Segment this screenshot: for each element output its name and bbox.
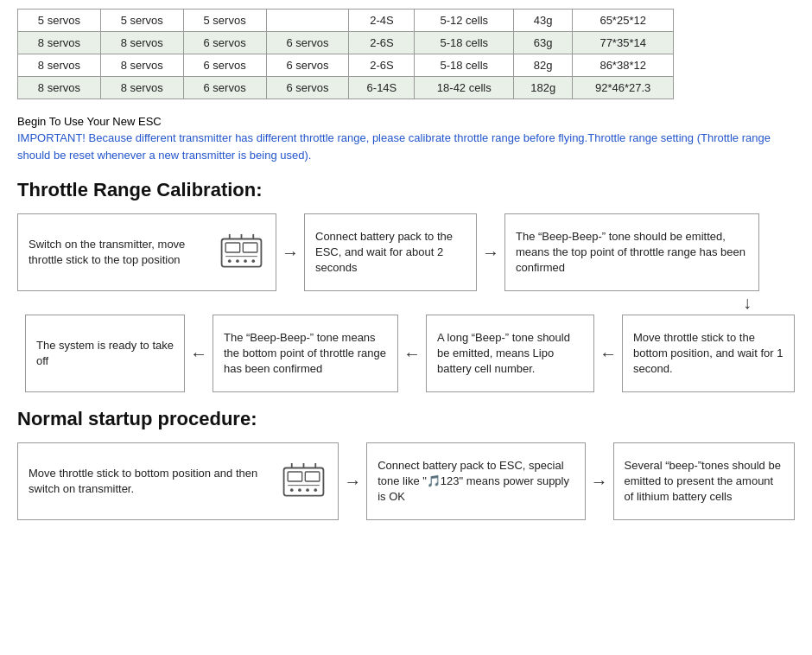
table-cell: 8 servos — [100, 32, 183, 54]
cal-box7-text: Move throttle stick to the bottom positi… — [633, 330, 783, 378]
table-cell: 65*25*12 — [573, 10, 674, 32]
cal-row2: Move throttle stick to the bottom positi… — [17, 315, 795, 392]
esc-icon-2 — [280, 458, 327, 506]
table-cell: 86*38*12 — [573, 54, 674, 77]
table-cell: 82g — [514, 54, 573, 77]
table-cell: 6 servos — [266, 77, 349, 99]
svg-point-7 — [251, 259, 255, 263]
table-cell: 77*35*14 — [573, 32, 674, 54]
arrow-2: → — [482, 243, 499, 263]
table-cell: 43g — [514, 10, 573, 32]
startup-box3-text: Several “beep-”tones should be emitted t… — [625, 458, 784, 506]
table-cell: 5-18 cells — [415, 32, 514, 54]
table-cell: 63g — [514, 32, 573, 54]
cal-box2: Connect battery pack to the ESC, and wai… — [304, 213, 477, 291]
cal-box5: The “Beep-Beep-” tone means the bottom p… — [213, 315, 398, 392]
table-cell: 6 servos — [183, 54, 266, 77]
arrow-3: ← — [599, 344, 617, 364]
arrow-1: → — [282, 243, 299, 263]
cal-box1: Switch on the transmitter, move throttle… — [17, 213, 276, 291]
startup-box2: Connect battery pack to ESC, special ton… — [366, 442, 585, 520]
cal-box1-text: Switch on the transmitter, move throttle… — [29, 237, 211, 268]
svg-point-6 — [244, 259, 247, 263]
table-cell: 5 servos — [100, 10, 183, 32]
table-cell: 8 servos — [100, 54, 183, 77]
table-cell: 8 servos — [100, 77, 183, 99]
arrow-7: → — [591, 472, 608, 492]
cal-box5-text: The “Beep-Beep-” tone means the bottom p… — [224, 330, 387, 378]
table-cell: 5 servos — [18, 10, 101, 32]
cal-box2-text: Connect battery pack to the ESC, and wai… — [315, 229, 466, 277]
table-cell: 5-18 cells — [415, 54, 514, 77]
svg-rect-12 — [288, 472, 302, 481]
svg-rect-2 — [243, 243, 257, 252]
svg-point-5 — [236, 259, 239, 263]
table-cell: 92*46*27.3 — [573, 77, 674, 99]
cal-box7: Move throttle stick to the bottom positi… — [622, 315, 795, 392]
table-cell: 2-4S — [349, 10, 415, 32]
table-cell: 2-6S — [349, 32, 415, 54]
table-cell — [266, 10, 349, 32]
table-cell: 18-42 cells — [415, 77, 514, 99]
svg-point-15 — [290, 488, 294, 492]
esc-icon-1 — [218, 229, 265, 277]
table-cell: 182g — [514, 77, 573, 99]
table-cell: 8 servos — [18, 32, 101, 54]
table-cell: 6 servos — [266, 32, 349, 54]
spec-table: 5 servos5 servos5 servos2-4S5-12 cells43… — [17, 9, 674, 99]
table-cell: 6-14S — [349, 77, 415, 99]
svg-rect-1 — [225, 243, 240, 252]
cal-box4-text: The system is ready to take off — [36, 338, 174, 369]
table-cell: 5-12 cells — [415, 10, 514, 32]
cal-box3: The “Beep-Beep-” tone should be emitted,… — [504, 213, 759, 291]
table-cell: 6 servos — [183, 32, 266, 54]
arrow-5: ← — [190, 344, 207, 364]
throttle-heading: Throttle Range Calibration: — [17, 179, 795, 201]
arrow-down: ↓ — [17, 293, 795, 313]
startup-box1: Move throttle stick to bottom position a… — [17, 442, 339, 520]
startup-box2-text: Connect battery pack to ESC, special ton… — [377, 458, 574, 506]
svg-point-18 — [314, 488, 318, 492]
calibration-flow: Switch on the transmitter, move throttle… — [17, 213, 795, 392]
cal-box4: The system is ready to take off — [25, 315, 185, 392]
svg-rect-13 — [306, 472, 320, 481]
table-cell: 2-6S — [349, 54, 415, 77]
svg-point-4 — [228, 259, 232, 263]
table-cell: 8 servos — [18, 77, 101, 99]
cal-box3-text: The “Beep-Beep-” tone should be emitted,… — [516, 229, 748, 277]
cal-box6-text: A long “Beep-” tone should be emitted, m… — [437, 330, 583, 378]
table-cell: 5 servos — [183, 10, 266, 32]
table-cell: 6 servos — [266, 54, 349, 77]
begin-title: Begin To Use Your New ESC — [17, 115, 795, 128]
important-text: IMPORTANT! Because different transmitter… — [17, 130, 795, 163]
startup-box3: Several “beep-”tones should be emitted t… — [613, 442, 796, 520]
svg-point-16 — [298, 488, 301, 492]
normal-heading: Normal startup procedure: — [17, 408, 795, 430]
arrow-4: ← — [403, 344, 421, 364]
cal-box6: A long “Beep-” tone should be emitted, m… — [426, 315, 594, 392]
cal-row1: Switch on the transmitter, move throttle… — [17, 213, 795, 291]
table-cell: 6 servos — [183, 77, 266, 99]
table-cell: 8 servos — [18, 54, 101, 77]
svg-point-17 — [306, 488, 309, 492]
startup-box1-text: Move throttle stick to bottom position a… — [29, 466, 273, 497]
startup-flow: Move throttle stick to bottom position a… — [17, 442, 795, 520]
arrow-6: → — [344, 472, 361, 492]
